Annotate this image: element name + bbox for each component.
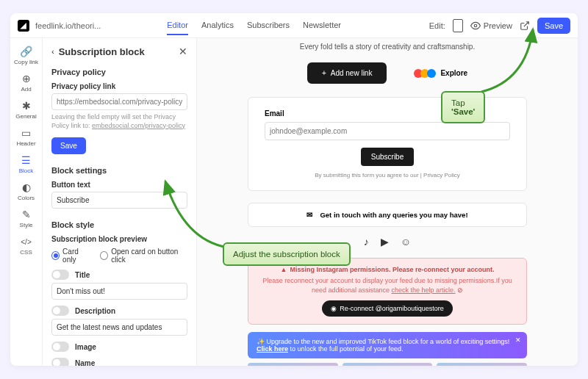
edit-label: Edit: [429, 21, 445, 30]
callout-adjust: Adjust the subscription block [223, 242, 351, 266]
close-banner-icon[interactable]: ✕ [515, 336, 521, 344]
preview-mode-label: Subscription block preview [51, 235, 187, 243]
panel-save-button[interactable]: Save [51, 137, 86, 154]
save-button[interactable]: Save [537, 18, 570, 34]
button-text-input[interactable] [51, 192, 187, 209]
thumb-3[interactable]: ✓ [437, 363, 527, 366]
button-text-label: Button text [51, 181, 187, 189]
url-breadcrumb: feedlink.io/theori... [35, 21, 101, 30]
privacy-link-input[interactable] [51, 93, 187, 110]
logo: ◢ [18, 20, 29, 32]
palette-icon: ◐ [21, 181, 32, 193]
consent-text: By submitting this form you agree to our… [265, 172, 510, 178]
radio-open-on-click[interactable]: Open card on button click [100, 248, 187, 264]
tab-editor[interactable]: Editor [167, 21, 188, 35]
tab-subscribers[interactable]: Subscribers [247, 21, 290, 35]
header-icon: ▭ [21, 127, 32, 139]
reconnect-button[interactable]: ◉Re-connect @origamiboutiquestore [322, 300, 453, 317]
envelope-icon: ✉ [306, 211, 312, 219]
preview-area: Every fold tells a story of creativity a… [197, 38, 578, 366]
close-icon[interactable]: ✕ [179, 46, 187, 57]
feed-thumbnails: ✓ ✓ ✓ [248, 363, 527, 366]
plus-icon: + [322, 69, 326, 77]
youtube-icon[interactable]: ▶ [381, 236, 389, 248]
instagram-warning: ▲Missing Instagram permissions. Please r… [248, 258, 527, 325]
list-icon: ☰ [21, 154, 32, 166]
privacy-hint: Leaving the field empty will set the Pri… [51, 113, 187, 130]
block-settings-heading: Block settings [51, 166, 187, 175]
explore-button[interactable]: Explore [416, 62, 467, 84]
thumb-1[interactable]: ✓ [248, 363, 338, 366]
device-mobile-icon[interactable] [453, 19, 463, 32]
toggle-name[interactable] [51, 358, 69, 366]
description-input[interactable] [51, 319, 187, 336]
upgrade-banner[interactable]: ✨ Upgrade to the new and improved TikTok… [248, 332, 527, 358]
topbar: ◢ feedlink.io/theori... Editor Analytics… [10, 13, 578, 38]
external-link-icon[interactable] [520, 21, 530, 31]
eye-icon [470, 21, 481, 31]
privacy-link-label: Privacy policy link [51, 82, 187, 90]
rail-colors[interactable]: ◐Colors [10, 178, 42, 204]
settings-panel: ‹ Subscription block ✕ Privacy policy Pr… [43, 38, 197, 366]
toggle-title[interactable] [51, 270, 69, 280]
warning-icon: ▲ [280, 266, 287, 273]
block-style-heading: Block style [51, 220, 187, 229]
callout-save: Tap 'Save' [441, 91, 485, 123]
left-rail: 🔗Copy link ⊕Add ✱General ▭Header ☰Block … [10, 38, 43, 366]
rail-header[interactable]: ▭Header [10, 124, 42, 150]
thumb-2[interactable]: ✓ [343, 363, 433, 366]
subscribe-button[interactable]: Subscribe [361, 148, 414, 166]
radio-card-only[interactable]: Card only [51, 248, 91, 264]
plus-icon: ⊕ [21, 73, 32, 84]
rail-block[interactable]: ☰Block [10, 151, 42, 177]
contact-bar[interactable]: ✉ Get in touch with any queries you may … [248, 203, 527, 227]
back-icon[interactable]: ‹ [51, 47, 54, 56]
main-tabs: Editor Analytics Subscribers Newsletter [167, 16, 341, 35]
tiktok-icon[interactable]: ♪ [364, 236, 369, 248]
tab-newsletter[interactable]: Newsletter [303, 21, 341, 35]
tagline: Every fold tells a story of creativity a… [212, 43, 563, 51]
instagram-icon: ◉ [331, 305, 337, 312]
explore-avatars [416, 69, 436, 78]
gear-icon: ✱ [21, 100, 32, 112]
link-icon: 🔗 [21, 46, 32, 57]
rail-add[interactable]: ⊕Add [10, 70, 42, 95]
reddit-icon[interactable]: ☺ [401, 236, 411, 248]
tab-analytics[interactable]: Analytics [201, 21, 234, 35]
preview-button[interactable]: Preview [470, 21, 512, 31]
toggle-description[interactable] [51, 306, 69, 316]
email-input[interactable] [265, 122, 510, 140]
rail-copylink[interactable]: 🔗Copy link [10, 43, 42, 68]
toggle-image[interactable] [51, 342, 69, 352]
rail-general[interactable]: ✱General [10, 97, 42, 123]
pencil-icon: ✎ [21, 209, 32, 220]
privacy-heading: Privacy policy [51, 68, 187, 76]
svg-point-0 [474, 24, 477, 27]
code-icon: </> [21, 236, 32, 248]
panel-title: Subscription block [59, 46, 174, 57]
help-article-link[interactable]: check the help article. [392, 286, 456, 294]
add-new-link-button[interactable]: +Add new link [307, 62, 387, 84]
title-input[interactable] [51, 283, 187, 300]
rail-css[interactable]: </>CSS [10, 233, 42, 259]
rail-style[interactable]: ✎Style [10, 206, 42, 231]
